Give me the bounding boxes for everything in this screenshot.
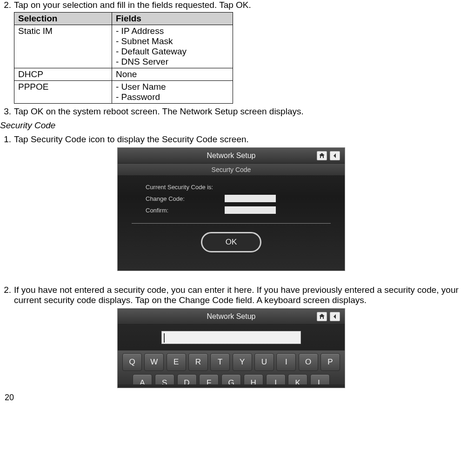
cell-fields: None xyxy=(112,68,233,81)
key-l[interactable]: L xyxy=(310,374,330,384)
key-e[interactable]: E xyxy=(167,353,186,371)
key-h[interactable]: H xyxy=(244,374,263,384)
current-code-label: Current Security Code is: xyxy=(146,184,225,191)
key-f[interactable]: F xyxy=(199,374,219,384)
section-heading-security-code: Security Code xyxy=(0,120,462,131)
security-code-screenshot: Network Setup Securty Code Current Secur… xyxy=(0,147,462,271)
step-number: 2. xyxy=(0,0,14,10)
cell-fields: - User Name - Password xyxy=(112,81,233,104)
step-item: 3. Tap OK on the system reboot screen. T… xyxy=(0,106,462,117)
step-text: Tap OK on the system reboot screen. The … xyxy=(14,106,462,117)
change-code-input[interactable] xyxy=(225,195,276,202)
table-row: DHCP None xyxy=(14,68,233,81)
cell-selection: PPPOE xyxy=(14,81,112,104)
key-g[interactable]: G xyxy=(221,374,241,384)
key-a[interactable]: A xyxy=(133,374,152,384)
screen-header: Network Setup xyxy=(118,148,345,164)
confirm-label: Confirm: xyxy=(146,207,225,214)
divider xyxy=(132,223,331,224)
home-icon[interactable] xyxy=(317,151,327,160)
step-number: 3. xyxy=(0,106,14,117)
keyboard-text-input[interactable] xyxy=(161,331,301,344)
change-code-label: Change Code: xyxy=(146,195,225,202)
step-number: 2. xyxy=(0,285,14,295)
key-i2[interactable]: I xyxy=(266,374,286,384)
table-row: Static IM - IP Address - Subnet Mask - D… xyxy=(14,25,233,68)
screen-header: Network Setup xyxy=(118,309,345,324)
table-row: PPPOE - User Name - Password xyxy=(14,81,233,104)
key-w[interactable]: W xyxy=(144,353,164,371)
screen-title: Network Setup xyxy=(207,312,256,321)
keyboard-screenshot: Network Setup Q W E R T Y xyxy=(0,308,462,388)
step-text: Tap on your selection and fill in the fi… xyxy=(14,0,462,10)
page-number: 20 xyxy=(5,393,14,403)
key-d[interactable]: D xyxy=(177,374,197,384)
back-icon[interactable] xyxy=(330,151,340,160)
step-text: If you have not entered a security code,… xyxy=(14,285,462,305)
step-item: 1. Tap Security Code icon to display the… xyxy=(0,134,462,145)
key-o[interactable]: O xyxy=(299,353,318,371)
step-item: 2. Tap on your selection and fill in the… xyxy=(0,0,462,10)
step-text: Tap Security Code icon to display the Se… xyxy=(14,134,462,145)
key-y[interactable]: Y xyxy=(233,353,252,371)
key-k[interactable]: K xyxy=(288,374,307,384)
screen-title: Network Setup xyxy=(207,152,256,160)
ok-button[interactable]: OK xyxy=(201,232,261,252)
key-u[interactable]: U xyxy=(254,353,274,371)
selection-fields-table: Selection Fields Static IM - IP Address … xyxy=(14,12,462,104)
step-number: 1. xyxy=(0,134,14,145)
table-header-fields: Fields xyxy=(112,13,233,25)
confirm-input[interactable] xyxy=(225,206,276,214)
back-icon[interactable] xyxy=(330,312,340,321)
table-header-selection: Selection xyxy=(14,13,112,25)
text-cursor xyxy=(164,333,165,343)
step-item: 2. If you have not entered a security co… xyxy=(0,285,462,305)
cell-selection: Static IM xyxy=(14,25,112,68)
key-i[interactable]: I xyxy=(276,353,296,371)
key-p[interactable]: P xyxy=(320,353,340,371)
key-s[interactable]: S xyxy=(155,374,174,384)
screen-subtitle: Securty Code xyxy=(118,164,345,176)
cell-selection: DHCP xyxy=(14,68,112,81)
home-icon[interactable] xyxy=(317,312,327,321)
keyboard: Q W E R T Y U I O P A S D F G H I K L xyxy=(118,350,345,384)
key-q[interactable]: Q xyxy=(122,353,142,371)
key-r[interactable]: R xyxy=(188,353,208,371)
key-t[interactable]: T xyxy=(210,353,230,371)
cell-fields: - IP Address - Subnet Mask - Default Gat… xyxy=(112,25,233,68)
